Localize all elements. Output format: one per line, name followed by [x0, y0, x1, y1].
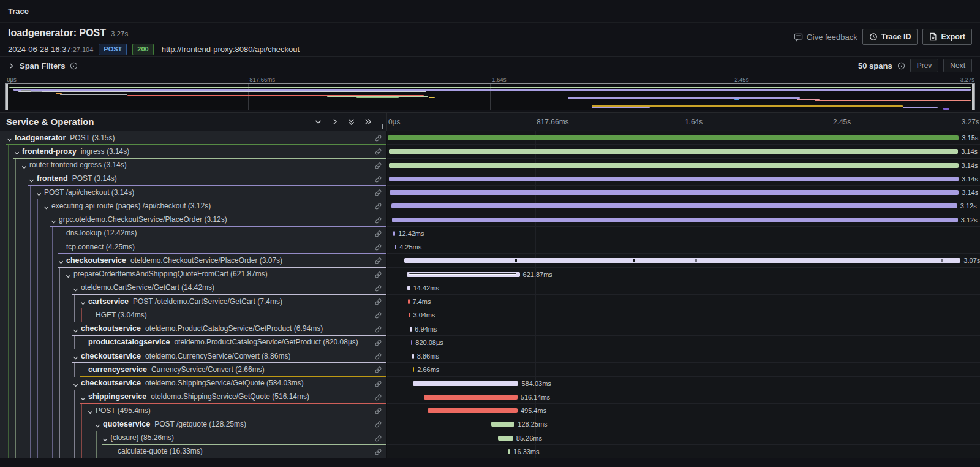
span-name-cell[interactable]: POST (495.4ms)	[0, 404, 387, 417]
next-button[interactable]: Next	[943, 59, 972, 72]
chevron-down-icon[interactable]	[50, 216, 57, 227]
span-name-cell[interactable]: POST /api/checkout (3.14s)	[0, 186, 387, 199]
span-name-cell[interactable]: HGET (3.04ms)	[0, 308, 387, 322]
span-name-cell[interactable]: prepareOrderItemsAndShippingQuoteFromCar…	[0, 268, 387, 281]
span-row[interactable]: router frontend egress (3.14s)3.14s	[0, 159, 980, 172]
span-row[interactable]: cartservicePOST /oteldemo.CartService/Ge…	[0, 295, 980, 308]
span-name-cell[interactable]: productcatalogserviceoteldemo.ProductCat…	[0, 336, 387, 349]
span-name-cell[interactable]: quoteservicePOST /getquote (128.25ms)	[0, 417, 387, 431]
span-name-cell[interactable]: loadgeneratorPOST (3.15s)	[0, 131, 387, 145]
span-name-cell[interactable]: {closure} (85.26ms)	[0, 431, 387, 445]
span-link-icon[interactable]	[374, 270, 382, 281]
minimap-canvas[interactable]	[5, 83, 975, 110]
span-name-cell[interactable]: dns.lookup (12.42ms)	[0, 227, 387, 240]
span-link-icon[interactable]	[374, 202, 382, 213]
span-row[interactable]: currencyserviceCurrencyService/Convert (…	[0, 363, 980, 376]
chevron-down-icon[interactable]	[6, 134, 13, 145]
span-row[interactable]: checkoutserviceoteldemo.ProductCatalogSe…	[0, 322, 980, 336]
span-row[interactable]: checkoutserviceoteldemo.CheckoutService/…	[0, 254, 980, 267]
span-link-icon[interactable]	[374, 365, 382, 376]
span-row[interactable]: oteldemo.CartService/GetCart (14.42ms)14…	[0, 281, 980, 295]
span-link-icon[interactable]	[374, 338, 382, 349]
minimap-left-handle[interactable]	[6, 84, 8, 110]
span-row[interactable]: {closure} (85.26ms)85.26ms	[0, 431, 980, 445]
chevron-down-icon[interactable]	[72, 352, 79, 363]
span-duration-bar[interactable]	[411, 340, 412, 345]
span-name-cell[interactable]: currencyserviceCurrencyService/Convert (…	[0, 363, 387, 376]
span-name-cell[interactable]: oteldemo.CartService/GetCart (14.42ms)	[0, 281, 387, 295]
span-link-icon[interactable]	[374, 229, 382, 240]
span-link-icon[interactable]	[374, 352, 382, 363]
span-duration-bar[interactable]	[498, 436, 513, 441]
span-duration-bar[interactable]	[424, 395, 518, 400]
span-duration-bar[interactable]	[409, 313, 410, 317]
span-duration-bar[interactable]	[407, 272, 519, 277]
span-name-cell[interactable]: frontend-proxyingress (3.14s)	[0, 145, 387, 158]
span-link-icon[interactable]	[374, 147, 382, 158]
span-duration-bar[interactable]	[428, 408, 518, 413]
chevron-down-icon[interactable]	[87, 407, 94, 418]
span-link-icon[interactable]	[374, 406, 382, 417]
span-row[interactable]: quoteservicePOST /getquote (128.25ms)128…	[0, 417, 980, 431]
chevron-down-icon[interactable]	[72, 380, 79, 391]
span-duration-bar[interactable]	[410, 327, 412, 332]
chevron-down-icon[interactable]	[102, 435, 108, 446]
span-row[interactable]: grpc.oteldemo.CheckoutService/PlaceOrder…	[0, 213, 980, 227]
span-link-icon[interactable]	[374, 325, 382, 336]
span-filters-label[interactable]: Span Filters	[20, 61, 65, 70]
span-name-cell[interactable]: shippingserviceoteldemo.ShippingService/…	[0, 390, 387, 404]
give-feedback-button[interactable]: Give feedback	[794, 32, 858, 42]
span-row[interactable]: loadgeneratorPOST (3.15s)3.15s	[0, 131, 980, 145]
span-row[interactable]: calculate-quote (16.33ms)16.33ms	[0, 445, 980, 458]
prev-button[interactable]: Prev	[910, 59, 939, 72]
span-link-icon[interactable]	[374, 188, 382, 199]
span-row[interactable]: HGET (3.04ms)3.04ms	[0, 308, 980, 322]
span-row[interactable]: frontendPOST (3.14s)3.14s	[0, 172, 980, 186]
span-duration-bar[interactable]	[508, 449, 511, 454]
chevron-right-icon[interactable]	[8, 63, 15, 69]
span-duration-bar[interactable]	[395, 245, 396, 249]
span-duration-bar[interactable]	[389, 177, 958, 181]
span-name-cell[interactable]: executing api route (pages) /api/checkou…	[0, 199, 387, 213]
span-link-icon[interactable]	[374, 134, 382, 145]
span-link-icon[interactable]	[374, 161, 382, 172]
span-row[interactable]: productcatalogserviceoteldemo.ProductCat…	[0, 336, 980, 349]
span-name-cell[interactable]: tcp.connect (4.25ms)	[0, 240, 387, 254]
span-row[interactable]: POST /api/checkout (3.14s)3.14s	[0, 186, 980, 199]
span-row[interactable]: tcp.connect (4.25ms)4.25ms	[0, 240, 980, 254]
span-link-icon[interactable]	[374, 379, 382, 390]
span-row[interactable]: dns.lookup (12.42ms)12.42ms	[0, 227, 980, 240]
span-duration-bar[interactable]	[393, 231, 396, 236]
span-duration-bar[interactable]	[389, 149, 958, 154]
span-duration-bar[interactable]	[413, 381, 519, 386]
expand-all-icon[interactable]	[364, 118, 372, 126]
chevron-down-icon[interactable]	[21, 162, 28, 173]
span-duration-bar[interactable]	[389, 163, 958, 168]
chevron-down-icon[interactable]	[28, 175, 35, 186]
span-row[interactable]: frontend-proxyingress (3.14s)3.14s	[0, 145, 980, 158]
chevron-down-icon[interactable]	[36, 189, 42, 200]
span-link-icon[interactable]	[374, 393, 382, 404]
chevron-down-icon[interactable]	[65, 271, 72, 282]
span-duration-bar[interactable]	[413, 367, 414, 372]
chevron-down-icon[interactable]	[80, 393, 86, 404]
span-row[interactable]: prepareOrderItemsAndShippingQuoteFromCar…	[0, 268, 980, 281]
chevron-down-icon[interactable]	[94, 420, 101, 431]
export-button[interactable]: Export	[922, 29, 972, 45]
span-row[interactable]: POST (495.4ms)495.4ms	[0, 404, 980, 417]
span-name-cell[interactable]: grpc.oteldemo.CheckoutService/PlaceOrder…	[0, 213, 387, 227]
chevron-down-icon[interactable]	[72, 284, 79, 295]
span-row[interactable]: shippingserviceoteldemo.ShippingService/…	[0, 390, 980, 404]
chevron-down-icon[interactable]	[58, 257, 64, 268]
span-link-icon[interactable]	[374, 311, 382, 322]
span-duration-bar[interactable]	[408, 299, 409, 304]
span-name-cell[interactable]: checkoutserviceoteldemo.CheckoutService/…	[0, 254, 387, 267]
span-name-cell[interactable]: router frontend egress (3.14s)	[0, 159, 387, 172]
chevron-down-icon[interactable]	[80, 298, 86, 309]
column-resize-grip[interactable]	[382, 124, 385, 129]
span-duration-bar[interactable]	[388, 135, 959, 140]
collapse-one-icon[interactable]	[314, 118, 322, 126]
span-name-cell[interactable]: calculate-quote (16.33ms)	[0, 445, 387, 458]
trace-id-button[interactable]: Trace ID	[862, 29, 918, 45]
span-link-icon[interactable]	[374, 447, 382, 458]
